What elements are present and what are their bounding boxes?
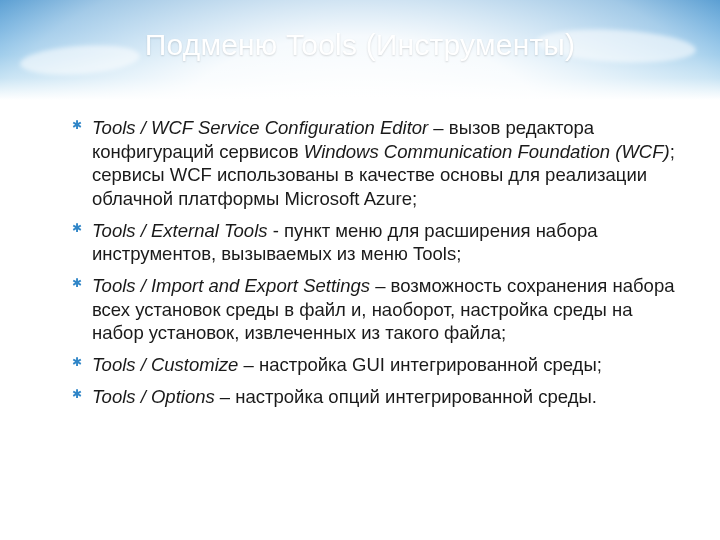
list-item: Tools / Customize – настройка GUI интегр… (72, 353, 676, 377)
slide: Подменю Tools (Инструменты) Tools / WCF … (0, 0, 720, 540)
item-lead-text: Tools / WCF Service Configuration Editor (92, 117, 428, 138)
list-item: Tools / WCF Service Configuration Editor… (72, 116, 676, 211)
item-lead-text-2: Windows Communication Foundation (WCF) (304, 141, 670, 162)
item-lead-text: Tools / Customize (92, 354, 238, 375)
item-lead-text: Tools / External Tools (92, 220, 268, 241)
item-tail-text: – настройка опций интегрированной среды. (215, 386, 597, 407)
list-item: Tools / Import and Export Settings – воз… (72, 274, 676, 345)
list-item: Tools / Options – настройка опций интегр… (72, 385, 676, 409)
item-lead-text: Tools / Import and Export Settings (92, 275, 370, 296)
list-item: Tools / External Tools - пункт меню для … (72, 219, 676, 266)
slide-title: Подменю Tools (Инструменты) (0, 28, 720, 62)
item-lead-text: Tools / Options (92, 386, 215, 407)
item-tail-text: – настройка GUI интегрированной среды; (238, 354, 601, 375)
slide-body: Tools / WCF Service Configuration Editor… (72, 116, 676, 416)
bullet-list: Tools / WCF Service Configuration Editor… (72, 116, 676, 408)
